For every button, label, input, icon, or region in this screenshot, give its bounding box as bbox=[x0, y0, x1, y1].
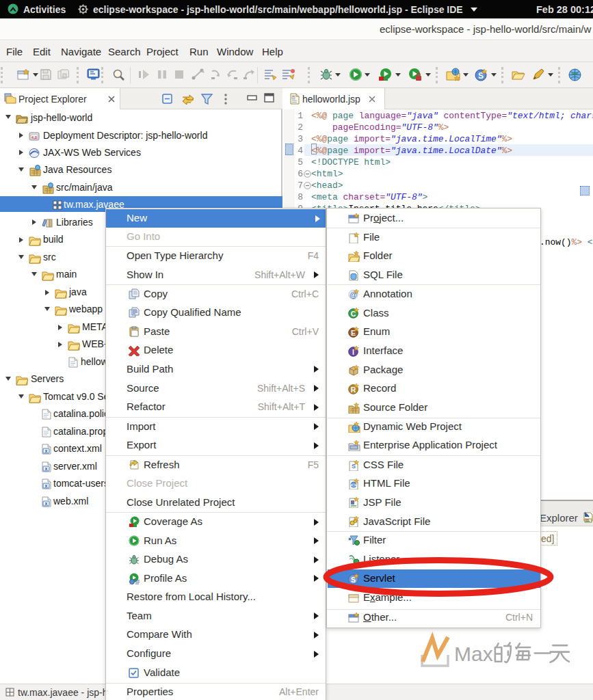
svg-text:x: x bbox=[45, 466, 48, 471]
svg-text:E: E bbox=[351, 329, 356, 337]
svg-text:I: I bbox=[352, 348, 354, 356]
svg-text:x: x bbox=[45, 448, 48, 453]
svg-text:x: x bbox=[45, 483, 48, 488]
svg-text:<>: <> bbox=[350, 482, 357, 488]
svg-text:x: x bbox=[45, 501, 48, 506]
svg-text:S: S bbox=[478, 71, 484, 81]
svg-text:4,0: 4,0 bbox=[31, 135, 38, 139]
